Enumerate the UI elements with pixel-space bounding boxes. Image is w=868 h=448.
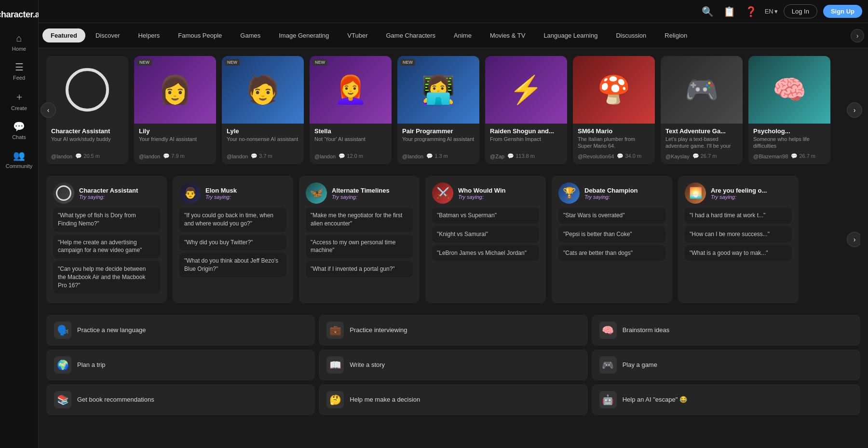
tab-anime[interactable]: Anime — [446, 28, 480, 42]
search-icon[interactable]: 🔍 — [700, 4, 716, 19]
sidebar-item-feed[interactable]: ☰ Feed — [0, 56, 38, 85]
tab-lang-learn[interactable]: Language Learning — [535, 28, 606, 42]
char-card-image — [46, 56, 128, 124]
lang-selector[interactable]: EN ▾ — [765, 8, 778, 15]
try-card-header: 🏆 Debate Champion Try saying: — [558, 182, 665, 204]
char-card-desc: Let's play a text-based adventure game. … — [665, 136, 738, 149]
quick-action-book-rec[interactable]: 📚 Get book recommendations — [46, 384, 315, 415]
quick-action-plan-trip[interactable]: 🌍 Plan a trip — [46, 350, 315, 380]
tabs-scroll-right[interactable]: › — [851, 29, 864, 42]
help-icon[interactable]: ❓ — [743, 4, 759, 19]
try-card-names: Are you feeling o... Try saying: — [711, 187, 767, 200]
char-card-name: Psycholog... — [753, 127, 826, 135]
signup-button[interactable]: Sign Up — [823, 5, 862, 18]
try-prompt[interactable]: "How can I be more success..." — [685, 226, 792, 242]
tab-helpers[interactable]: Helpers — [130, 28, 168, 42]
try-card-names: Debate Champion Try saying: — [584, 187, 638, 200]
try-card[interactable]: 🌅 Are you feeling o... Try saying: "I ha… — [678, 176, 799, 303]
try-prompt[interactable]: "LeBron James vs Michael Jordan" — [432, 245, 539, 261]
char-card[interactable]: 👩‍🦰 NEW Stella Not 'Your' AI assistant @… — [310, 56, 392, 164]
quick-action-icon: 🤔 — [326, 391, 344, 408]
tab-game-chars[interactable]: Game Characters — [378, 28, 444, 42]
quick-action-play-game[interactable]: 🎮 Play a game — [592, 350, 860, 380]
try-prompt[interactable]: "What do you think about Jeff Bezo's Blu… — [179, 253, 286, 277]
try-prompt[interactable]: "Cats are better than dogs" — [558, 245, 665, 261]
tab-discussion[interactable]: Discussion — [608, 28, 654, 42]
try-prompt[interactable]: "What is a good way to mak..." — [685, 245, 792, 261]
char-card[interactable]: 🧑 NEW Lyle Your no-nonsense AI assistant… — [222, 56, 304, 164]
try-card[interactable]: 👨 Elon Musk Try saying: "If you could go… — [173, 176, 293, 303]
try-prompt[interactable]: "What if I invented a portal gun?" — [306, 261, 413, 277]
char-card-desc: Not 'Your' AI assistant — [314, 136, 387, 149]
quick-action-ai-escape[interactable]: 🤖 Help an AI "escape" 😂 — [592, 384, 860, 415]
tab-games[interactable]: Games — [232, 28, 269, 42]
try-prompt[interactable]: "What type of fish is Dory from Finding … — [53, 208, 160, 232]
char-card-info: Stella Not 'Your' AI assistant @landon 💬… — [310, 124, 392, 164]
tab-religion[interactable]: Religion — [656, 28, 695, 42]
char-card-meta: @Zap 💬 113.8 m — [490, 153, 562, 159]
chats-icon: 💬 — [13, 121, 25, 132]
quick-action-label: Help an AI "escape" 😂 — [623, 396, 687, 403]
sidebar-item-create[interactable]: ＋ Create — [0, 85, 38, 116]
try-card-header: ⚔️ Who Would Win Try saying: — [432, 182, 539, 204]
create-icon: ＋ — [14, 90, 24, 103]
try-prompt[interactable]: "Access to my own personal time machine" — [306, 235, 413, 259]
try-card[interactable]: ⚔️ Who Would Win Try saying: "Batman vs … — [425, 176, 546, 303]
quick-action-practice-lang[interactable]: 🗣️ Practice a new language — [46, 315, 315, 346]
char-card-meta: @landon 💬 1.3 m — [402, 153, 475, 159]
quick-action-make-decision[interactable]: 🤔 Help me make a decision — [319, 384, 587, 415]
try-prompt[interactable]: "Make me the negotiator for the first al… — [306, 208, 413, 232]
carousel-next-button[interactable]: › — [847, 102, 862, 118]
char-card[interactable]: Character Assistant Your AI work/study b… — [46, 56, 128, 164]
try-card-name: Are you feeling o... — [711, 187, 767, 194]
char-card[interactable]: 👩 NEW Lily Your friendly AI assistant @l… — [134, 56, 216, 164]
char-card[interactable]: 🧠 Psycholog... Someone who helps life di… — [748, 56, 830, 164]
try-prompt[interactable]: "Star Wars is overrated" — [558, 208, 665, 224]
tab-movies[interactable]: Movies & TV — [482, 28, 533, 42]
tab-discover[interactable]: Discover — [87, 28, 128, 42]
chevron-down-icon: ▾ — [774, 8, 778, 15]
tab-image[interactable]: Image Generating — [271, 28, 337, 42]
try-prompt[interactable]: "Why did you buy Twitter?" — [179, 235, 286, 251]
quick-action-label: Write a story — [350, 361, 385, 368]
try-card[interactable]: 🏆 Debate Champion Try saying: "Star Wars… — [552, 176, 672, 303]
try-prompt[interactable]: "Can you help me decide between the Macb… — [53, 261, 160, 293]
char-card-image: 🧑 NEW — [222, 56, 304, 124]
logo[interactable]: character.ai — [0, 6, 44, 28]
carousel-prev-button[interactable]: ‹ — [41, 102, 56, 118]
sidebar-item-chats[interactable]: 💬 Chats — [0, 116, 38, 145]
sidebar-item-community[interactable]: 👥 Community — [0, 145, 38, 174]
try-prompt[interactable]: "If you could go back in time, when and … — [179, 208, 286, 232]
char-card[interactable]: ⚡ Raiden Shogun and... From Genshin Impa… — [485, 56, 567, 164]
bookmark-icon[interactable]: 📋 — [721, 4, 737, 19]
try-saying-section: Character Assistant Try saying: "What ty… — [46, 176, 860, 303]
char-card-info: Raiden Shogun and... From Genshin Impact… — [485, 124, 567, 164]
tab-featured[interactable]: Featured — [42, 28, 85, 42]
try-card[interactable]: Character Assistant Try saying: "What ty… — [46, 176, 167, 303]
login-button[interactable]: Log In — [784, 4, 817, 18]
sidebar-label-community: Community — [6, 163, 33, 169]
tab-famous[interactable]: Famous People — [170, 28, 230, 42]
quick-action-brainstorm[interactable]: 🧠 Brainstorm ideas — [592, 315, 860, 346]
carousel-row: Character Assistant Your AI work/study b… — [46, 56, 860, 164]
try-card[interactable]: 🦋 Alternate Timelines Try saying: "Make … — [299, 176, 420, 303]
character-carousel: ‹ Character Assistant Your AI work/study… — [46, 56, 860, 164]
char-card-name: Lily — [139, 127, 211, 135]
char-card[interactable]: 🎮 Text Adventure Ga... Let's play a text… — [661, 56, 743, 164]
char-card[interactable]: 👩‍💻 NEW Pair Programmer Your programming… — [397, 56, 479, 164]
quick-action-practice-interview[interactable]: 💼 Practice interviewing — [319, 315, 587, 346]
char-card-name: Character Assistant — [51, 127, 123, 135]
try-prompt[interactable]: "Help me create an advertising campaign … — [53, 235, 160, 259]
try-prompt[interactable]: "Knight vs Samurai" — [432, 226, 539, 242]
try-scroll-right[interactable]: › — [847, 232, 860, 247]
quick-action-write-story[interactable]: 📖 Write a story — [319, 350, 587, 380]
char-card-info: Lily Your friendly AI assistant @landon … — [134, 124, 216, 164]
sidebar-item-home[interactable]: ⌂ Home — [0, 28, 38, 56]
char-card-desc: Your AI work/study buddy — [51, 136, 123, 149]
try-prompt[interactable]: "I had a hard time at work t..." — [685, 208, 792, 224]
try-saying-label: Try saying: — [584, 194, 638, 200]
try-prompt[interactable]: "Batman vs Superman" — [432, 208, 539, 224]
try-prompt[interactable]: "Pepsi is better than Coke" — [558, 226, 665, 242]
tab-vtuber[interactable]: VTuber — [339, 28, 376, 42]
char-card[interactable]: 🍄 SM64 Mario The Italian plumber from Su… — [573, 56, 655, 164]
